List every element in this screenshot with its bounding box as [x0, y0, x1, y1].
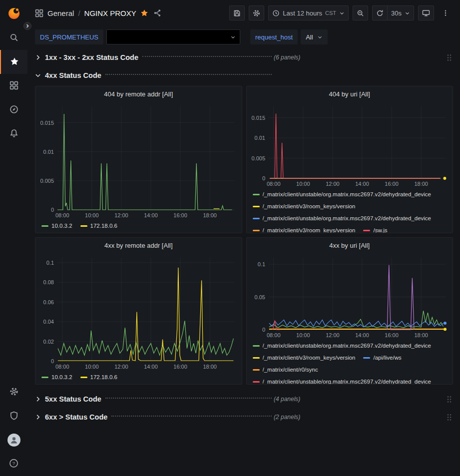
legend-item[interactable]: /_matrix/client/unstable/org.matrix.msc2…: [253, 215, 432, 221]
breadcrumb-dashboard[interactable]: NGINX PROXY: [84, 9, 136, 17]
variable-request-host-value-dropdown[interactable]: All: [301, 29, 327, 44]
drag-handle-icon[interactable]: [445, 394, 453, 405]
legend-item[interactable]: 172.18.0.6: [80, 374, 117, 380]
tv-mode-button[interactable]: [418, 5, 434, 20]
svg-text:16:00: 16:00: [173, 212, 187, 218]
zoom-out-icon: [357, 9, 364, 17]
svg-text:0.015: 0.015: [40, 120, 54, 126]
drag-handle-icon[interactable]: [445, 52, 453, 63]
tv-icon: [422, 9, 430, 17]
legend-item[interactable]: /api/live/ws: [363, 355, 401, 361]
legend-swatch: [253, 381, 260, 383]
sidebar-item-alerting[interactable]: [0, 122, 27, 146]
kebab-menu-icon: [442, 9, 449, 17]
sidebar-item-configuration[interactable]: [0, 380, 27, 404]
legend-swatch: [41, 377, 48, 378]
legend-item[interactable]: /_matrix/client/v3/room_keys/version: [253, 227, 356, 233]
dashboard-settings-button[interactable]: [249, 5, 264, 20]
panel-404-by-remote-addr: 404 by remote addr [All] 08:0010:0012:00…: [35, 86, 242, 233]
legend-item[interactable]: /_matrix/client/v3/room_keys/version: [253, 203, 356, 209]
legend-item[interactable]: 10.0.3.2: [41, 223, 72, 229]
legend-swatch: [253, 206, 260, 207]
legend-swatch: [41, 225, 48, 227]
legend-label: /_matrix/client/unstable/org.matrix.msc2…: [263, 191, 432, 197]
panel-title[interactable]: 404 by remote addr [All]: [35, 86, 242, 101]
share-icon[interactable]: [153, 9, 161, 17]
legend-row: 10.0.3.2172.18.0.6: [41, 220, 238, 232]
legend-item[interactable]: 172.18.0.6: [80, 223, 117, 229]
grafana-logo[interactable]: [0, 0, 27, 26]
refresh-button[interactable]: [372, 5, 387, 20]
row-panel-count: (4 panels): [274, 396, 300, 403]
svg-text:0: 0: [51, 358, 54, 364]
legend-label: /_matrix/client/unstable/org.matrix.msc2…: [263, 379, 432, 384]
sidebar-item-help[interactable]: ?: [0, 452, 27, 476]
search-icon: [9, 33, 18, 43]
legend-item[interactable]: /_matrix/client/unstable/org.matrix.msc2…: [253, 191, 432, 197]
row-header-4xx[interactable]: 4xx Status Code: [35, 68, 453, 83]
svg-text:?: ?: [12, 461, 15, 466]
sidebar-expand-button[interactable]: [23, 22, 31, 30]
zoom-out-button[interactable]: [353, 5, 368, 20]
main-area: General / NGINX PROXY La: [27, 0, 460, 476]
row-header-1xx[interactable]: 1xx - 3xx - 2xx Status Code (6 panels): [35, 50, 453, 65]
row-header-6xx[interactable]: 6xx > Status Code (2 panels): [35, 410, 453, 425]
panel-chart[interactable]: 08:0010:0012:0014:0016:0018:0000.020.040…: [35, 253, 242, 371]
legend-item[interactable]: /_matrix/client/r0/sync: [253, 367, 318, 373]
row-header-5xx[interactable]: 5xx Status Code (4 panels): [35, 392, 453, 407]
svg-text:0.06: 0.06: [43, 299, 54, 305]
save-dashboard-button[interactable]: [229, 5, 245, 20]
legend-item[interactable]: /_matrix/client/unstable/org.matrix.msc2…: [253, 379, 432, 384]
legend-item[interactable]: /_matrix/client/v3/room_keys/version: [253, 355, 356, 361]
variables-bar: DS_PROMETHEUS request_host All: [27, 26, 460, 48]
sidebar-item-dashboards[interactable]: [0, 74, 27, 98]
dashboards-icon: [9, 81, 18, 91]
sidebar-item-starred[interactable]: [0, 50, 27, 74]
time-range-label: Last 12 hours: [283, 9, 322, 17]
svg-text:14:00: 14:00: [144, 212, 158, 218]
breadcrumb-section[interactable]: General: [47, 9, 74, 17]
row-dots: [105, 398, 272, 399]
settings-gear-icon: [253, 9, 260, 17]
legend-swatch: [80, 377, 87, 378]
legend-item[interactable]: 10.0.3.2: [41, 374, 72, 380]
sidebar-item-search[interactable]: [0, 26, 27, 50]
chevron-right-icon: [25, 24, 29, 28]
sidebar-item-server-admin[interactable]: [0, 404, 27, 428]
sidebar-item-profile[interactable]: [0, 428, 27, 452]
panel-title[interactable]: 4xx by remote addr [All]: [35, 238, 242, 253]
kebab-menu-button[interactable]: [438, 5, 453, 20]
legend-row: /_matrix/client/unstable/org.matrix.msc2…: [253, 212, 449, 224]
svg-text:12:00: 12:00: [114, 364, 128, 370]
panel-404-by-uri: 404 by uri [All] 08:0010:0012:0014:0016:…: [246, 86, 454, 233]
legend-swatch: [363, 357, 370, 359]
time-range-picker[interactable]: Last 12 hours CST: [268, 5, 349, 20]
legend-label: 10.0.3.2: [51, 374, 72, 380]
variable-request-host-value: All: [306, 33, 313, 41]
svg-text:18:00: 18:00: [414, 181, 428, 187]
legend-label: /_matrix/client/v3/room_keys/version: [263, 227, 356, 233]
row-panel-count: (6 panels): [274, 54, 300, 61]
drag-handle-icon[interactable]: [445, 412, 453, 423]
sidebar-bottom-group: ?: [0, 380, 27, 476]
legend-item[interactable]: /sw.js: [363, 227, 387, 233]
sidebar-item-explore[interactable]: [0, 98, 27, 122]
dashboard-star-icon[interactable]: [140, 9, 148, 17]
panel-title[interactable]: 404 by uri [All]: [247, 86, 453, 101]
clock-icon: [272, 9, 280, 17]
panel-chart[interactable]: 08:0010:0012:0014:0016:0018:0000.0050.01…: [35, 101, 242, 220]
chevron-right-icon: [35, 54, 41, 60]
row-panel-count: (2 panels): [274, 414, 300, 421]
legend-item[interactable]: /_matrix/client/unstable/org.matrix.msc2…: [253, 343, 432, 349]
variable-datasource-value-dropdown[interactable]: [106, 29, 240, 44]
svg-text:10:00: 10:00: [85, 212, 99, 218]
panel-chart[interactable]: 08:0010:0012:0014:0016:0018:0000.0050.01…: [247, 101, 453, 188]
panel-title[interactable]: 4xx by uri [All]: [247, 238, 453, 253]
svg-text:14:00: 14:00: [144, 364, 158, 370]
refresh-interval-picker[interactable]: 30s: [387, 5, 414, 20]
topbar-actions: Last 12 hours CST 30s: [229, 5, 453, 20]
svg-text:08:00: 08:00: [55, 364, 69, 370]
panel-chart[interactable]: 08:0010:0012:0014:0016:0018:0000.050.1: [247, 253, 453, 340]
star-icon: [10, 57, 19, 67]
legend-label: /_matrix/client/unstable/org.matrix.msc2…: [263, 215, 432, 221]
